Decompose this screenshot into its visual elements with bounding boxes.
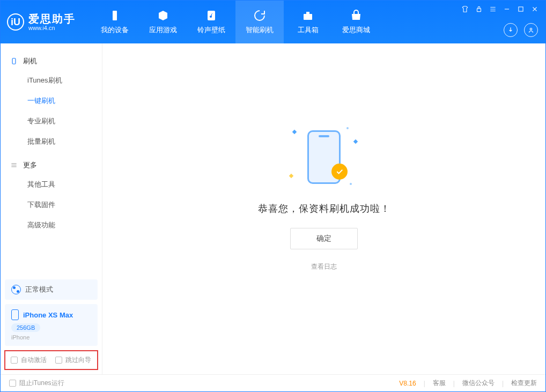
menu-icon[interactable] (489, 5, 497, 13)
svg-rect-4 (477, 9, 481, 12)
svg-rect-5 (519, 7, 523, 11)
success-panel: 恭喜您，保资料刷机成功啦！ 确定 查看日志 (258, 125, 390, 271)
main-content: 恭喜您，保资料刷机成功啦！ 确定 查看日志 (102, 43, 545, 374)
version-label: V8.16 (399, 380, 416, 387)
mode-label: 正常模式 (25, 285, 53, 294)
device-icon (11, 309, 19, 320)
sidebar-group-more: 更多 (1, 156, 102, 174)
sidebar-item[interactable]: 专业刷机 (1, 111, 102, 131)
toolbox-icon (301, 9, 314, 22)
close-icon[interactable] (530, 5, 539, 13)
svg-rect-7 (12, 58, 16, 64)
user-icon[interactable] (524, 23, 538, 37)
logo-text: 爱思助手 www.i4.cn (28, 13, 76, 31)
nav-tab-label: 我的设备 (101, 25, 129, 35)
footer-link-wechat[interactable]: 微信公众号 (462, 379, 495, 388)
sidebar: 刷机 iTunes刷机一键刷机专业刷机批量刷机 更多 其他工具下载固件高级功能 … (1, 43, 102, 374)
footer-link-service[interactable]: 客服 (433, 379, 446, 388)
nav-tab-device[interactable]: 我的设备 (91, 1, 139, 43)
sidebar-item[interactable]: 批量刷机 (1, 131, 102, 152)
shirt-icon[interactable] (461, 5, 469, 13)
lock-icon[interactable] (475, 5, 483, 13)
refresh-icon (253, 9, 266, 22)
download-icon[interactable] (504, 23, 518, 37)
nav-tab-label: 铃声壁纸 (197, 25, 225, 35)
mode-card[interactable]: 正常模式 (5, 279, 98, 300)
header-actions (504, 23, 538, 37)
cube-icon (157, 9, 169, 22)
nav-tab-label: 爱思商城 (342, 25, 370, 35)
svg-rect-3 (306, 12, 309, 14)
nav-tab-label: 智能刷机 (246, 25, 274, 35)
maximize-icon[interactable] (517, 5, 525, 13)
device-icon (108, 9, 121, 22)
logo: iU 爱思助手 www.i4.cn (7, 13, 76, 31)
svg-point-6 (530, 28, 532, 31)
sidebar-group-title: 刷机 (23, 56, 37, 66)
logo-icon: iU (7, 13, 24, 31)
checkbox-icon (11, 357, 18, 364)
success-illustration (286, 125, 361, 189)
minimize-icon[interactable] (503, 5, 511, 13)
logo-url: www.i4.cn (28, 25, 76, 31)
phone-icon (10, 57, 18, 65)
ok-button[interactable]: 确定 (290, 228, 358, 249)
music-icon (205, 9, 218, 22)
window-controls (461, 5, 539, 13)
nav-tab-shop[interactable]: 爱思商城 (332, 1, 380, 43)
footer: 阻止iTunes运行 V8.16 | 客服 | 微信公众号 | 检查更新 (1, 374, 545, 391)
device-card[interactable]: iPhone XS Max 256GB iPhone (5, 304, 98, 346)
sidebar-item[interactable]: 其他工具 (1, 174, 102, 195)
view-log-link[interactable]: 查看日志 (311, 262, 337, 271)
sidebar-checks-highlight: 自动激活 跳过向导 (4, 350, 98, 370)
check-badge-icon (331, 164, 348, 180)
svg-rect-2 (304, 14, 312, 20)
mode-icon (11, 285, 21, 294)
checkbox-block-itunes[interactable]: 阻止iTunes运行 (9, 379, 64, 388)
nav-tab-label: 应用游戏 (149, 25, 177, 35)
nav-tab-label: 工具箱 (298, 25, 319, 35)
success-message: 恭喜您，保资料刷机成功啦！ (258, 202, 390, 215)
sidebar-item[interactable]: 下载固件 (1, 195, 102, 215)
checkbox-auto-activate[interactable]: 自动激活 (11, 356, 47, 365)
body: 刷机 iTunes刷机一键刷机专业刷机批量刷机 更多 其他工具下载固件高级功能 … (1, 43, 545, 374)
footer-right: V8.16 | 客服 | 微信公众号 | 检查更新 (399, 379, 537, 388)
app-window: iU 爱思助手 www.i4.cn 我的设备应用游戏铃声壁纸智能刷机工具箱爱思商… (0, 0, 546, 392)
nav-tab-cube[interactable]: 应用游戏 (139, 1, 187, 43)
sidebar-bottom: 正常模式 iPhone XS Max 256GB iPhone 自动激活 (1, 275, 102, 374)
device-name: iPhone XS Max (23, 311, 73, 319)
sidebar-item[interactable]: iTunes刷机 (1, 70, 102, 91)
sidebar-group-flash: 刷机 (1, 52, 102, 70)
shop-icon (350, 9, 363, 22)
nav-tab-refresh[interactable]: 智能刷机 (235, 1, 284, 43)
nav-tab-toolbox[interactable]: 工具箱 (284, 1, 332, 43)
checkbox-label: 自动激活 (21, 356, 47, 365)
sidebar-item[interactable]: 一键刷机 (1, 91, 102, 111)
checkbox-skip-guide[interactable]: 跳过向导 (55, 356, 91, 365)
checkbox-icon (9, 380, 16, 387)
header: iU 爱思助手 www.i4.cn 我的设备应用游戏铃声壁纸智能刷机工具箱爱思商… (1, 1, 545, 43)
checkbox-label: 跳过向导 (65, 356, 91, 365)
device-storage: 256GB (11, 323, 40, 332)
checkbox-icon (55, 357, 62, 364)
sidebar-group-title: 更多 (23, 160, 37, 170)
device-type: iPhone (11, 334, 91, 341)
footer-link-update[interactable]: 检查更新 (511, 379, 537, 388)
nav-tabs: 我的设备应用游戏铃声壁纸智能刷机工具箱爱思商城 (91, 1, 380, 43)
sidebar-top: 刷机 iTunes刷机一键刷机专业刷机批量刷机 更多 其他工具下载固件高级功能 (1, 43, 102, 275)
logo-title: 爱思助手 (28, 13, 76, 25)
nav-tab-music[interactable]: 铃声壁纸 (187, 1, 235, 43)
sidebar-item[interactable]: 高级功能 (1, 215, 102, 235)
checkbox-label: 阻止iTunes运行 (19, 379, 64, 388)
list-icon (10, 161, 18, 169)
svg-rect-0 (113, 11, 117, 20)
